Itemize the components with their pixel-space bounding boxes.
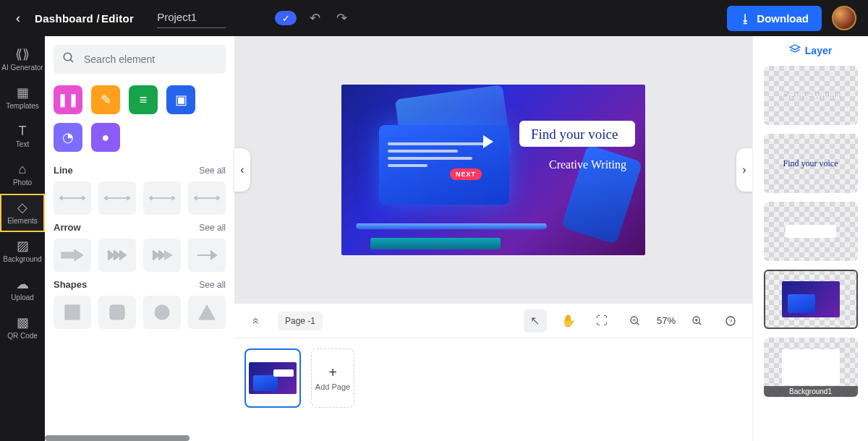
line-tile-1[interactable] — [98, 181, 136, 215]
cursor-tool-icon[interactable]: ↖ — [524, 309, 547, 333]
canvas-stage[interactable]: ‹ › NEXT Find your voice Creative Writin… — [234, 36, 752, 304]
see-all-link[interactable]: See all — [199, 166, 226, 176]
zoom-in-icon[interactable] — [686, 309, 709, 333]
laptop-graphic — [357, 125, 545, 234]
arrow-tile-2[interactable] — [143, 239, 181, 272]
svg-line-26 — [699, 322, 701, 325]
project-name-input[interactable]: Project1 — [157, 8, 226, 28]
templates-icon: ▦ — [17, 86, 29, 99]
section-title: Shapes — [54, 279, 87, 290]
add-page-button[interactable]: + Add Page — [311, 348, 354, 408]
shape-tile-1[interactable] — [98, 296, 136, 329]
headline-text: Find your voice — [531, 127, 624, 142]
layer-background — [782, 349, 840, 385]
layer-item-1[interactable]: Find your voice — [764, 134, 858, 193]
elements-panel: ❚❚✎≡▣◔● LineSee allArrowSee allShapesSee… — [45, 36, 234, 441]
line-tile-0[interactable] — [54, 181, 91, 215]
search-icon — [62, 51, 75, 67]
page-strip: + Add Page — [234, 338, 752, 441]
text-icon: T — [19, 124, 27, 137]
category-chip-orange[interactable]: ✎ — [91, 85, 120, 114]
svg-rect-19 — [110, 305, 124, 320]
category-chip-blue[interactable]: ▣ — [166, 85, 195, 114]
help-icon[interactable]: ? — [719, 309, 742, 333]
design-artboard[interactable]: NEXT Find your voice Creative Writing — [341, 85, 645, 255]
svg-marker-7 — [127, 196, 130, 200]
download-icon: ⭳ — [740, 12, 751, 25]
download-button[interactable]: ⭳ Download — [727, 6, 822, 31]
svg-marker-13 — [217, 196, 220, 200]
layers-icon — [789, 43, 801, 57]
arrow-tile-3[interactable] — [188, 239, 226, 272]
rail-item-qr-code[interactable]: ▩QR Code — [0, 309, 45, 347]
search-input-wrap[interactable] — [54, 45, 226, 74]
layer-text: Creative Writing — [781, 90, 839, 101]
shape-tile-3[interactable] — [188, 296, 226, 329]
rail-item-upload[interactable]: ☁Upload — [0, 270, 45, 309]
page-indicator[interactable]: Page -1 — [278, 312, 323, 330]
elements-icon: ◇ — [17, 201, 27, 214]
layer-item-4[interactable]: Background1 — [764, 338, 858, 397]
page-thumbnail-1[interactable] — [244, 348, 301, 408]
layers-header[interactable]: Layer — [789, 43, 832, 57]
layer-text: Find your voice — [783, 158, 838, 169]
svg-marker-3 — [59, 196, 62, 200]
collapse-left-panel-button[interactable]: ‹ — [234, 148, 250, 192]
avatar[interactable] — [832, 6, 856, 30]
category-chip-green[interactable]: ≡ — [129, 85, 158, 114]
svg-marker-15 — [75, 249, 83, 261]
line-tile-3[interactable] — [188, 181, 226, 215]
section-title: Line — [54, 165, 73, 176]
background-icon: ▨ — [17, 239, 29, 252]
subtitle-text[interactable]: Creative Writing — [549, 158, 626, 171]
svg-marker-31 — [790, 45, 799, 50]
category-chip-violet[interactable]: ◔ — [54, 123, 82, 152]
layer-item-3[interactable] — [764, 270, 858, 329]
arrow-tile-0[interactable] — [54, 239, 91, 272]
category-chip-row: ❚❚✎≡▣◔● — [54, 85, 226, 152]
next-badge: NEXT — [450, 168, 482, 180]
left-rail: ⟪⟫AI Generator▦TemplatesTText⌂Photo◇Elem… — [0, 36, 45, 441]
collapse-right-panel-button[interactable]: › — [736, 148, 752, 192]
layer-item-0[interactable]: Creative Writing — [764, 66, 858, 125]
layers-panel: Layer Creative WritingFind your voiceBac… — [752, 36, 868, 441]
sync-status-icon[interactable]: ✓ — [275, 11, 297, 25]
rail-item-background[interactable]: ▨Background — [0, 232, 45, 270]
redo-button[interactable]: ↷ — [333, 10, 350, 26]
rail-item-elements[interactable]: ◇Elements — [0, 194, 45, 232]
category-chip-purple[interactable]: ● — [91, 123, 120, 152]
top-bar: ‹ Dashboard / Editor Project1 ✓ ↶ ↷ ⭳ Do… — [0, 0, 868, 36]
svg-point-20 — [155, 305, 169, 320]
zoom-percentage[interactable]: 57% — [657, 315, 676, 326]
scrollbar[interactable] — [45, 435, 190, 441]
layer-item-2[interactable] — [764, 202, 858, 261]
back-icon[interactable]: ‹ — [12, 11, 25, 26]
qr-code-icon: ▩ — [17, 316, 29, 329]
plus-icon: + — [328, 365, 337, 380]
breadcrumb[interactable]: Dashboard / Editor — [35, 12, 134, 25]
line-tile-2[interactable] — [143, 181, 181, 215]
hand-tool-icon[interactable]: ✋ — [557, 309, 580, 333]
svg-marker-10 — [172, 196, 175, 200]
arrow-tile-1[interactable] — [98, 239, 136, 272]
shape-tile-2[interactable] — [143, 296, 181, 329]
zoom-out-icon[interactable] — [624, 309, 647, 333]
collapse-pages-icon[interactable]: « — [244, 309, 268, 333]
headline-card[interactable]: Find your voice — [519, 121, 635, 147]
svg-point-0 — [64, 53, 72, 61]
book-graphic — [370, 238, 501, 249]
see-all-link[interactable]: See all — [199, 280, 226, 290]
rail-item-text[interactable]: TText — [0, 117, 45, 155]
search-input[interactable] — [82, 53, 217, 66]
shape-tile-0[interactable] — [54, 296, 91, 329]
rail-item-photo[interactable]: ⌂Photo — [0, 155, 45, 194]
category-chip-pink[interactable]: ❚❚ — [54, 85, 82, 114]
layers-title: Layer — [805, 45, 832, 56]
fit-screen-icon[interactable]: ⛶ — [590, 309, 613, 333]
svg-marker-6 — [104, 196, 107, 200]
rail-item-templates[interactable]: ▦Templates — [0, 79, 45, 117]
svg-marker-9 — [149, 196, 152, 200]
undo-button[interactable]: ↶ — [307, 10, 323, 26]
see-all-link[interactable]: See all — [199, 223, 226, 233]
rail-item-ai-generator[interactable]: ⟪⟫AI Generator — [0, 40, 45, 79]
